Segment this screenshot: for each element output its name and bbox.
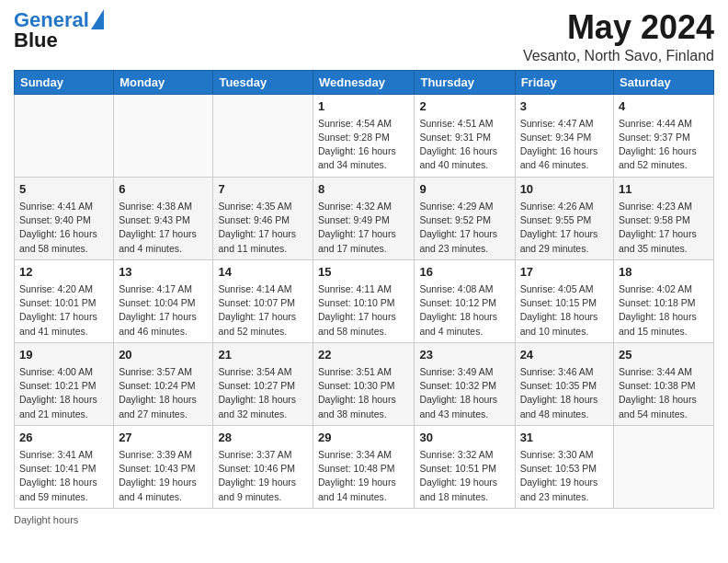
page-title: May 2024 (523, 9, 714, 46)
day-of-week-header: Tuesday (213, 70, 313, 94)
day-of-week-header: Sunday (15, 70, 114, 94)
day-info: Sunrise: 3:41 AMSunset: 10:41 PMDaylight… (19, 448, 108, 504)
calendar-day-cell: 11Sunrise: 4:23 AMSunset: 9:58 PMDayligh… (614, 177, 714, 259)
day-number: 16 (419, 264, 509, 281)
day-info: Sunrise: 4:26 AMSunset: 9:55 PMDaylight:… (520, 200, 609, 256)
calendar-day-cell: 19Sunrise: 4:00 AMSunset: 10:21 PMDaylig… (15, 342, 114, 425)
calendar-day-cell: 7Sunrise: 4:35 AMSunset: 9:46 PMDaylight… (213, 177, 313, 259)
day-number: 30 (419, 430, 509, 446)
calendar-table: SundayMondayTuesdayWednesdayThursdayFrid… (14, 70, 714, 509)
calendar-day-cell: 12Sunrise: 4:20 AMSunset: 10:01 PMDaylig… (15, 259, 114, 342)
day-number: 23 (419, 347, 509, 363)
day-number: 3 (520, 98, 609, 115)
day-info: Sunrise: 4:41 AMSunset: 9:40 PMDaylight:… (19, 200, 108, 256)
day-info: Sunrise: 3:34 AMSunset: 10:48 PMDaylight… (318, 448, 409, 504)
day-info: Sunrise: 3:32 AMSunset: 10:51 PMDaylight… (419, 448, 509, 504)
calendar-day-cell (15, 94, 114, 177)
calendar-day-cell: 2Sunrise: 4:51 AMSunset: 9:31 PMDaylight… (415, 94, 515, 177)
calendar-day-cell (213, 94, 313, 177)
calendar-day-cell: 4Sunrise: 4:44 AMSunset: 9:37 PMDaylight… (614, 94, 714, 177)
day-of-week-header: Thursday (415, 70, 515, 94)
day-info: Sunrise: 4:44 AMSunset: 9:37 PMDaylight:… (619, 117, 709, 173)
day-info: Sunrise: 4:02 AMSunset: 10:18 PMDaylight… (619, 282, 709, 339)
day-number: 8 (318, 181, 409, 198)
day-of-week-header: Friday (515, 70, 613, 94)
calendar-day-cell (114, 94, 213, 177)
day-info: Sunrise: 4:35 AMSunset: 9:46 PMDaylight:… (218, 200, 308, 256)
day-number: 29 (318, 430, 409, 446)
day-number: 11 (619, 181, 709, 198)
day-number: 13 (119, 264, 208, 281)
calendar-day-cell (614, 425, 714, 508)
day-info: Sunrise: 3:57 AMSunset: 10:24 PMDaylight… (119, 365, 208, 421)
calendar-day-cell: 17Sunrise: 4:05 AMSunset: 10:15 PMDaylig… (515, 259, 613, 342)
calendar-week-row: 1Sunrise: 4:54 AMSunset: 9:28 PMDaylight… (15, 94, 714, 177)
logo-triangle-icon (91, 9, 104, 29)
day-number: 7 (218, 181, 308, 198)
day-of-week-header: Wednesday (313, 70, 415, 94)
calendar-week-row: 19Sunrise: 4:00 AMSunset: 10:21 PMDaylig… (15, 342, 714, 425)
day-info: Sunrise: 4:11 AMSunset: 10:10 PMDaylight… (318, 282, 409, 339)
calendar-day-cell: 9Sunrise: 4:29 AMSunset: 9:52 PMDaylight… (415, 177, 515, 259)
calendar-day-cell: 18Sunrise: 4:02 AMSunset: 10:18 PMDaylig… (614, 259, 714, 342)
calendar-week-row: 5Sunrise: 4:41 AMSunset: 9:40 PMDaylight… (15, 177, 714, 259)
day-number: 28 (218, 430, 308, 446)
day-number: 17 (520, 264, 609, 281)
calendar-day-cell: 27Sunrise: 3:39 AMSunset: 10:43 PMDaylig… (114, 425, 213, 508)
day-of-week-header: Monday (114, 70, 213, 94)
day-info: Sunrise: 3:37 AMSunset: 10:46 PMDaylight… (218, 448, 308, 504)
day-number: 27 (119, 430, 208, 446)
day-number: 22 (318, 347, 409, 363)
day-number: 12 (19, 264, 108, 281)
calendar-day-cell: 16Sunrise: 4:08 AMSunset: 10:12 PMDaylig… (415, 259, 515, 342)
day-info: Sunrise: 3:49 AMSunset: 10:32 PMDaylight… (419, 365, 509, 421)
day-number: 1 (318, 98, 409, 115)
day-info: Sunrise: 4:05 AMSunset: 10:15 PMDaylight… (520, 282, 609, 339)
day-info: Sunrise: 4:47 AMSunset: 9:34 PMDaylight:… (520, 117, 609, 173)
calendar-day-cell: 20Sunrise: 3:57 AMSunset: 10:24 PMDaylig… (114, 342, 213, 425)
footer-note: Daylight hours (14, 514, 714, 525)
calendar-day-cell: 25Sunrise: 3:44 AMSunset: 10:38 PMDaylig… (614, 342, 714, 425)
day-info: Sunrise: 3:30 AMSunset: 10:53 PMDaylight… (520, 448, 609, 504)
day-number: 15 (318, 264, 409, 281)
day-number: 2 (419, 98, 509, 115)
day-info: Sunrise: 3:46 AMSunset: 10:35 PMDaylight… (520, 365, 609, 421)
day-info: Sunrise: 4:23 AMSunset: 9:58 PMDaylight:… (619, 200, 709, 256)
header: General Blue May 2024 Vesanto, North Sav… (14, 9, 714, 64)
calendar-day-cell: 26Sunrise: 3:41 AMSunset: 10:41 PMDaylig… (15, 425, 114, 508)
day-info: Sunrise: 4:29 AMSunset: 9:52 PMDaylight:… (419, 200, 509, 256)
day-number: 25 (619, 347, 709, 363)
calendar-day-cell: 28Sunrise: 3:37 AMSunset: 10:46 PMDaylig… (213, 425, 313, 508)
day-number: 4 (619, 98, 709, 115)
calendar-day-cell: 15Sunrise: 4:11 AMSunset: 10:10 PMDaylig… (313, 259, 415, 342)
calendar-day-cell: 3Sunrise: 4:47 AMSunset: 9:34 PMDaylight… (515, 94, 613, 177)
day-info: Sunrise: 4:54 AMSunset: 9:28 PMDaylight:… (318, 117, 409, 173)
day-number: 19 (19, 347, 108, 363)
day-info: Sunrise: 4:51 AMSunset: 9:31 PMDaylight:… (419, 117, 509, 173)
day-number: 26 (19, 430, 108, 446)
day-info: Sunrise: 4:14 AMSunset: 10:07 PMDaylight… (218, 282, 308, 339)
calendar-day-cell: 8Sunrise: 4:32 AMSunset: 9:49 PMDaylight… (313, 177, 415, 259)
day-number: 20 (119, 347, 208, 363)
calendar-day-cell: 1Sunrise: 4:54 AMSunset: 9:28 PMDaylight… (313, 94, 415, 177)
calendar-day-cell: 29Sunrise: 3:34 AMSunset: 10:48 PMDaylig… (313, 425, 415, 508)
title-area: May 2024 Vesanto, North Savo, Finland (523, 9, 714, 64)
day-info: Sunrise: 4:00 AMSunset: 10:21 PMDaylight… (19, 365, 108, 421)
day-info: Sunrise: 3:39 AMSunset: 10:43 PMDaylight… (119, 448, 208, 504)
calendar-header-row: SundayMondayTuesdayWednesdayThursdayFrid… (15, 70, 714, 94)
calendar-day-cell: 5Sunrise: 4:41 AMSunset: 9:40 PMDaylight… (15, 177, 114, 259)
day-number: 21 (218, 347, 308, 363)
day-of-week-header: Saturday (614, 70, 714, 94)
day-info: Sunrise: 3:54 AMSunset: 10:27 PMDaylight… (218, 365, 308, 421)
calendar-day-cell: 31Sunrise: 3:30 AMSunset: 10:53 PMDaylig… (515, 425, 613, 508)
calendar-day-cell: 6Sunrise: 4:38 AMSunset: 9:43 PMDaylight… (114, 177, 213, 259)
day-info: Sunrise: 3:51 AMSunset: 10:30 PMDaylight… (318, 365, 409, 421)
calendar-week-row: 12Sunrise: 4:20 AMSunset: 10:01 PMDaylig… (15, 259, 714, 342)
day-number: 9 (419, 181, 509, 198)
logo-text-blue: Blue (14, 29, 104, 52)
day-info: Sunrise: 4:32 AMSunset: 9:49 PMDaylight:… (318, 200, 409, 256)
page-subtitle: Vesanto, North Savo, Finland (523, 48, 714, 64)
calendar-day-cell: 13Sunrise: 4:17 AMSunset: 10:04 PMDaylig… (114, 259, 213, 342)
day-info: Sunrise: 4:17 AMSunset: 10:04 PMDaylight… (119, 282, 208, 339)
day-number: 31 (520, 430, 609, 446)
